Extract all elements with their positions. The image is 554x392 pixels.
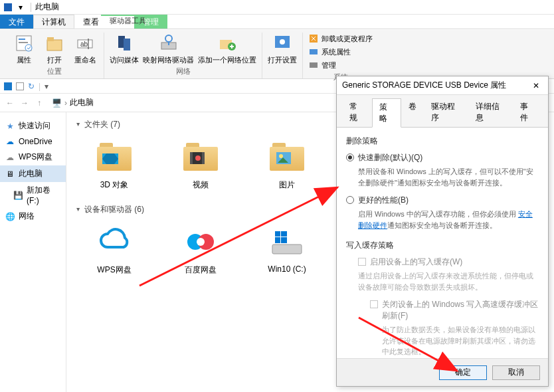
svg-rect-35 <box>275 231 280 237</box>
sidebar-item-newdrive[interactable]: 💾新加卷 (F:) <box>0 182 66 208</box>
back-icon[interactable]: ← <box>4 97 16 109</box>
svg-text:ab: ab <box>80 41 88 48</box>
svg-point-17 <box>280 39 285 45</box>
svg-point-12 <box>165 35 172 42</box>
tab-policy[interactable]: 策略 <box>372 98 402 128</box>
dialog-footer: 确定 取消 <box>337 358 548 386</box>
baidu-icon <box>182 223 219 260</box>
sidebar-item-wps[interactable]: ☁WPS网盘 <box>0 149 66 165</box>
map-drive-icon <box>158 33 179 54</box>
pc-icon: 🖥 <box>5 169 15 179</box>
properties-dialog: Generic STORAGE DEVICE USB Device 属性 ✕ 常… <box>336 76 549 387</box>
tab-file[interactable]: 文件 <box>0 15 33 29</box>
chevron-down-icon: ▸ <box>75 208 82 211</box>
dropdown-icon[interactable]: ▾ <box>16 3 25 12</box>
svg-rect-24 <box>190 152 193 164</box>
drive-icon: 💾 <box>13 191 23 200</box>
ribbon-sysprops[interactable]: 系统属性 <box>308 46 373 58</box>
svg-rect-2 <box>19 42 28 43</box>
radio-better-perf[interactable]: 更好的性能(B) <box>346 195 539 206</box>
ribbon-open-settings[interactable]: 打开设置 <box>268 33 297 65</box>
tab-volumes[interactable]: 卷 <box>401 98 424 127</box>
checkbox-icon <box>358 258 366 266</box>
enable-cache-desc: 通过启用设备上的写入缓存来改进系统性能，但停电或设备故障可能会导致数据丢失或损坏… <box>358 270 539 292</box>
chevron-down-icon: ▸ <box>75 123 82 126</box>
ribbon-access-media[interactable]: 访问媒体 <box>110 33 139 65</box>
folder-pictures[interactable]: 图片 <box>260 138 314 191</box>
checkbox-disable-flush[interactable]: 关闭设备上的 Windows 写入高速缓存缓冲区刷新(F) <box>370 299 539 322</box>
ribbon-uninstall[interactable]: 卸载或更改程序 <box>308 33 373 45</box>
radio-quick-remove[interactable]: 快速删除(默认)(Q) <box>346 152 539 163</box>
check2-icon[interactable] <box>16 82 24 90</box>
folder-3dobjects[interactable]: 3D 对象 <box>88 138 141 191</box>
ribbon-group-system: 卸载或更改程序 系统属性 管理 系统 <box>303 33 378 78</box>
better-perf-desc: 启用 Windows 中的写入缓存功能，但你必须使用 安全删除硬件通知图标安全地… <box>358 209 539 231</box>
ribbon-add-location[interactable]: 添加一个网络位置 <box>198 33 256 65</box>
checkbox-icon <box>370 300 378 308</box>
svg-rect-36 <box>281 231 287 237</box>
up-icon[interactable]: ↑ <box>33 97 45 109</box>
sidebar-item-onedrive[interactable]: ☁OneDrive <box>0 134 66 149</box>
tab-driver[interactable]: 驱动程序 <box>424 98 468 127</box>
checkbox-enable-cache[interactable]: 启用设备上的写入缓存(W) <box>358 256 539 268</box>
settings-icon <box>272 33 293 54</box>
drive-wps[interactable]: WPS网盘 <box>88 223 141 276</box>
quick-remove-desc: 禁用设备和 Windows 上的写入缓存，但可以不使用"安全删除硬件"通知图标安… <box>358 166 539 188</box>
sidebar-item-quick[interactable]: ★快速访问 <box>0 118 66 134</box>
dropdown-icon[interactable]: ▾ <box>45 82 48 91</box>
svg-rect-38 <box>281 237 287 243</box>
uninstall-icon <box>308 33 319 44</box>
ribbon-map-drive[interactable]: 映射网络驱动器 <box>143 33 194 65</box>
ribbon-rename[interactable]: ab 重命名 <box>72 33 98 65</box>
radio-icon <box>346 196 354 204</box>
tab-drive-tools-label[interactable]: 驱动器工具 <box>101 15 154 26</box>
disable-flush-desc: 为了防止数据丢失，如果设备没有单独的电源以允许该设备在电源故障时刷新其缓冲区，请… <box>382 324 539 357</box>
svg-rect-1 <box>19 39 25 40</box>
ribbon-manage[interactable]: 管理 <box>308 59 373 71</box>
forward-icon[interactable]: → <box>19 97 31 109</box>
window-title: 此电脑 <box>35 1 59 13</box>
ok-button[interactable]: 确定 <box>439 365 487 380</box>
tab-details[interactable]: 详细信息 <box>468 98 513 127</box>
svg-rect-37 <box>275 237 280 243</box>
cancel-button[interactable]: 取消 <box>492 365 540 380</box>
network-icon: 🌐 <box>5 212 15 221</box>
tab-computer[interactable]: 计算机 <box>33 15 74 29</box>
add-location-icon <box>217 33 238 54</box>
check-icon[interactable] <box>4 82 12 90</box>
sidebar: ★快速访问 ☁OneDrive ☁WPS网盘 🖥此电脑 💾新加卷 (F:) 🌐网… <box>0 112 66 392</box>
drive-icon <box>268 223 306 260</box>
properties-icon <box>13 33 35 54</box>
ribbon-properties[interactable]: 属性 <box>11 33 37 65</box>
cloud-icon: ☁ <box>5 137 15 146</box>
tab-general[interactable]: 常规 <box>342 98 372 127</box>
tab-events[interactable]: 事件 <box>513 98 543 127</box>
sidebar-item-thispc[interactable]: 🖥此电脑 <box>0 165 66 182</box>
window-titlebar: ▾ 此电脑 <box>0 0 554 15</box>
drive-win10c[interactable]: Win10 (C:) <box>260 223 314 276</box>
breadcrumb-current[interactable]: 此电脑 <box>70 97 94 108</box>
separator: | <box>39 82 41 91</box>
remove-policy-header: 删除策略 <box>346 136 539 147</box>
ribbon-body: 属性 打开 ab 重命名 位置 访问媒体 映射网络驱动器 <box>0 30 554 79</box>
cloud-icon <box>96 223 133 260</box>
svg-point-32 <box>197 238 205 246</box>
refresh-icon[interactable]: ↻ <box>28 82 35 91</box>
close-button[interactable]: ✕ <box>529 79 543 92</box>
open-icon <box>44 33 65 54</box>
svg-rect-4 <box>47 40 62 50</box>
cache-policy-header: 写入缓存策略 <box>346 240 539 251</box>
svg-point-26 <box>195 155 201 161</box>
radio-icon <box>346 153 354 161</box>
ribbon-open[interactable]: 打开 <box>41 33 68 65</box>
drive-baidu[interactable]: 百度网盘 <box>174 223 227 276</box>
sidebar-item-network[interactable]: 🌐网络 <box>0 208 66 225</box>
ribbon-tabs: 文件 计算机 查看 管理 驱动器工具 <box>0 15 554 29</box>
folder-videos[interactable]: 视频 <box>174 138 227 191</box>
star-icon: ★ <box>5 122 15 131</box>
sysprops-icon <box>308 47 319 57</box>
svg-rect-19 <box>310 49 318 54</box>
ribbon-group-network: 访问媒体 映射网络驱动器 添加一个网络位置 网络 <box>104 33 262 78</box>
rename-icon: ab <box>74 33 96 54</box>
ribbon-group-location: 属性 打开 ab 重命名 位置 <box>5 33 104 78</box>
